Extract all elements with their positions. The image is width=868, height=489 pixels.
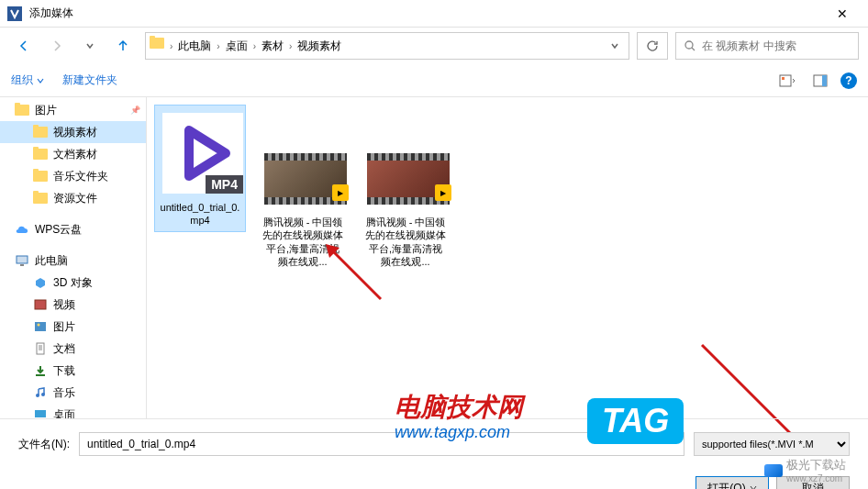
svg-rect-4 bbox=[822, 75, 827, 86]
sidebar-item-label: 音乐文件夹 bbox=[53, 169, 108, 184]
file-thumbnail: ▶ bbox=[262, 146, 350, 212]
refresh-button[interactable] bbox=[637, 32, 668, 60]
sidebar-item-label: 桌面 bbox=[53, 407, 75, 419]
sidebar-item-downloads[interactable]: 下载 bbox=[0, 360, 146, 382]
sidebar-item-documents[interactable]: 文档 bbox=[0, 338, 146, 360]
preview-pane-button[interactable] bbox=[807, 70, 833, 92]
toolbar: 组织 新建文件夹 ? bbox=[0, 64, 868, 97]
file-item-mp4[interactable]: MP4 untitled_0_trial_0.mp4 bbox=[154, 105, 246, 232]
mp4-badge: MP4 bbox=[206, 175, 243, 194]
file-name: 腾讯视频 - 中国领先的在线视频媒体平台,海量高清视频在线观... bbox=[364, 216, 447, 268]
file-item-video2[interactable]: ▶ 腾讯视频 - 中国领先的在线视频媒体平台,海量高清视频在线观... bbox=[360, 141, 451, 272]
main-area: 图片 视频素材 文档素材 音乐文件夹 资源文件 WPS云盘 此电脑 bbox=[0, 97, 868, 418]
sidebar: 图片 视频素材 文档素材 音乐文件夹 资源文件 WPS云盘 此电脑 bbox=[0, 97, 147, 418]
sidebar-item-label: 音乐 bbox=[53, 385, 75, 401]
search-box[interactable] bbox=[675, 32, 859, 60]
breadcrumb-item[interactable]: 桌面 bbox=[222, 39, 251, 54]
svg-rect-13 bbox=[35, 410, 46, 417]
action-buttons: 打开(O) 取消 bbox=[0, 469, 868, 489]
sidebar-item-video-material[interactable]: 视频素材 bbox=[0, 121, 146, 143]
sidebar-item-pictures2[interactable]: 图片 bbox=[0, 316, 146, 338]
file-list: MP4 untitled_0_trial_0.mp4 ▶ 腾讯视频 - 中国领先… bbox=[147, 97, 868, 418]
svg-point-12 bbox=[41, 393, 45, 396]
pictures-icon bbox=[33, 320, 48, 333]
sidebar-item-resource[interactable]: 资源文件 bbox=[0, 187, 146, 209]
search-input[interactable] bbox=[702, 39, 851, 52]
documents-icon bbox=[33, 342, 48, 355]
organize-button[interactable]: 组织 bbox=[11, 72, 44, 88]
filename-label: 文件名(N): bbox=[18, 437, 70, 452]
filename-input[interactable] bbox=[79, 432, 684, 456]
desktop-icon bbox=[33, 408, 48, 418]
computer-icon bbox=[15, 254, 29, 267]
sidebar-item-label: 文档素材 bbox=[53, 147, 97, 162]
folder-icon bbox=[33, 126, 48, 139]
sidebar-item-wps[interactable]: WPS云盘 bbox=[0, 218, 146, 240]
sidebar-item-label: 图片 bbox=[53, 319, 75, 335]
file-name: untitled_0_trial_0.mp4 bbox=[159, 201, 241, 228]
folder-icon bbox=[33, 170, 48, 183]
breadcrumb-dropdown[interactable] bbox=[605, 38, 625, 54]
svg-point-11 bbox=[36, 394, 39, 397]
cancel-button[interactable]: 取消 bbox=[776, 476, 850, 489]
music-icon bbox=[33, 386, 48, 399]
new-folder-button[interactable]: 新建文件夹 bbox=[62, 72, 117, 88]
svg-rect-8 bbox=[35, 322, 46, 331]
file-name: 腾讯视频 - 中国领先的在线视频媒体平台,海量高清视频在线观... bbox=[262, 216, 344, 268]
sidebar-item-label: 资源文件 bbox=[53, 191, 97, 206]
sidebar-item-label: 文档 bbox=[53, 341, 75, 357]
sidebar-item-music[interactable]: 音乐 bbox=[0, 382, 146, 404]
sidebar-item-music-folder[interactable]: 音乐文件夹 bbox=[0, 165, 146, 187]
recent-dropdown[interactable] bbox=[75, 33, 105, 59]
sidebar-item-videos[interactable]: 视频 bbox=[0, 294, 146, 316]
svg-rect-2 bbox=[782, 77, 785, 80]
svg-rect-5 bbox=[17, 256, 28, 263]
sidebar-item-label: 视频素材 bbox=[53, 125, 97, 140]
sidebar-item-label: 视频 bbox=[53, 297, 75, 313]
sidebar-item-label: 下载 bbox=[53, 363, 75, 379]
svg-point-0 bbox=[685, 41, 693, 49]
filetype-select[interactable]: supported files(*.MVI *.M bbox=[694, 432, 850, 456]
sidebar-item-label: 图片 bbox=[35, 103, 57, 118]
breadcrumb-item[interactable]: 此电脑 bbox=[174, 39, 215, 54]
player-badge-icon: ▶ bbox=[435, 184, 451, 201]
sidebar-item-thispc[interactable]: 此电脑 bbox=[0, 250, 146, 272]
back-button[interactable] bbox=[9, 33, 39, 59]
close-button[interactable]: ✕ bbox=[824, 0, 861, 28]
open-button[interactable]: 打开(O) bbox=[696, 476, 769, 489]
up-button[interactable] bbox=[108, 33, 138, 59]
sidebar-item-label: WPS云盘 bbox=[35, 222, 82, 238]
sidebar-item-label: 3D 对象 bbox=[53, 275, 93, 291]
breadcrumb-item[interactable]: 视频素材 bbox=[294, 39, 345, 54]
title-bar: 添加媒体 ✕ bbox=[0, 0, 868, 28]
downloads-icon bbox=[33, 364, 48, 377]
cloud-icon bbox=[15, 223, 29, 236]
breadcrumb[interactable]: › 此电脑 › 桌面 › 素材 › 视频素材 bbox=[145, 32, 629, 60]
player-badge-icon: ▶ bbox=[332, 184, 349, 201]
sidebar-item-doc-material[interactable]: 文档素材 bbox=[0, 143, 146, 165]
folder-icon bbox=[33, 192, 48, 205]
search-icon bbox=[684, 39, 696, 52]
svg-point-9 bbox=[38, 324, 40, 327]
app-icon bbox=[7, 6, 22, 21]
nav-bar: › 此电脑 › 桌面 › 素材 › 视频素材 bbox=[0, 28, 868, 64]
forward-button[interactable] bbox=[42, 33, 72, 59]
help-button[interactable]: ? bbox=[840, 72, 857, 89]
file-thumbnail: ▶ bbox=[364, 146, 452, 212]
svg-rect-1 bbox=[780, 75, 791, 86]
svg-rect-6 bbox=[20, 264, 24, 266]
sidebar-item-3d[interactable]: 3D 对象 bbox=[0, 272, 146, 294]
sidebar-item-label: 此电脑 bbox=[35, 253, 68, 269]
svg-rect-7 bbox=[35, 300, 46, 309]
bottom-bar: 文件名(N): supported files(*.MVI *.M bbox=[0, 418, 868, 469]
sidebar-item-pictures[interactable]: 图片 bbox=[0, 99, 146, 121]
view-mode-button[interactable] bbox=[774, 70, 800, 92]
file-item-video1[interactable]: ▶ 腾讯视频 - 中国领先的在线视频媒体平台,海量高清视频在线观... bbox=[257, 141, 349, 272]
3d-icon bbox=[33, 276, 48, 289]
folder-icon bbox=[33, 148, 48, 161]
folder-icon bbox=[15, 104, 29, 117]
sidebar-item-desktop[interactable]: 桌面 bbox=[0, 404, 146, 418]
video-icon bbox=[33, 298, 48, 311]
breadcrumb-item[interactable]: 素材 bbox=[258, 39, 287, 54]
window-title: 添加媒体 bbox=[29, 6, 824, 21]
